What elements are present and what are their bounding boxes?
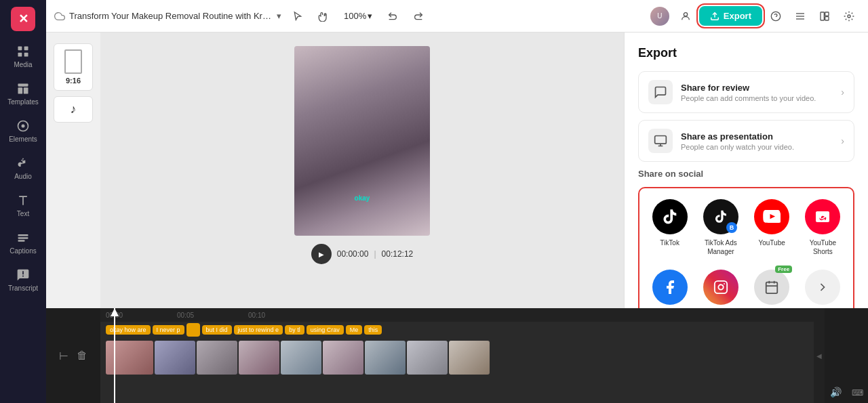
hand-tool-button[interactable]: [313, 5, 334, 27]
social-grid-row1: TikTok B TikTok Ads Manager YouTub: [646, 195, 846, 260]
caption-chip-3[interactable]: but I did: [202, 325, 232, 335]
undo-button[interactable]: [382, 5, 403, 27]
tiktok-aspect-card[interactable]: ♪: [54, 96, 93, 123]
sidebar-transcript-label: Transcript: [8, 284, 38, 292]
topbar-tools: 100% ▾: [287, 5, 429, 27]
tiktok-label: TikTok: [660, 238, 679, 247]
app-logo[interactable]: ✕: [11, 7, 35, 31]
caption-chip-7[interactable]: Me: [346, 325, 363, 335]
video-thumb-6[interactable]: [365, 341, 406, 375]
timeline-ruler: 00:00 00:05 00:10: [100, 308, 814, 322]
svg-rect-1: [24, 47, 28, 51]
project-title: Transform Your Makeup Removal Routine wi…: [69, 11, 273, 21]
zoom-value: 100%: [344, 11, 366, 21]
export-panel-title: Export: [638, 46, 854, 60]
share-presentation-chevron: ›: [841, 135, 844, 146]
export-button-label: Export: [724, 11, 751, 21]
sidebar: ✕ Media Templates Elements Audio Text Ca…: [0, 0, 46, 403]
topbar-right-icons: U Export: [650, 5, 860, 27]
svg-point-7: [22, 125, 25, 128]
caption-chip-0[interactable]: okay how are: [106, 325, 151, 335]
timeline-collapse-btn[interactable]: ◀: [814, 308, 825, 403]
export-button[interactable]: Export: [699, 6, 762, 26]
sidebar-item-templates[interactable]: Templates: [3, 77, 43, 111]
redo-button[interactable]: [408, 5, 429, 27]
title-chevron[interactable]: ▾: [277, 11, 281, 21]
video-placeholder: okay: [294, 46, 430, 236]
sidebar-media-label: Media: [14, 61, 32, 68]
social-facebook[interactable]: Facebook Page: [646, 266, 693, 308]
social-youtube-shorts[interactable]: YouTube Shorts: [800, 195, 846, 260]
sidebar-item-captions[interactable]: Captions: [3, 226, 43, 260]
caption-chip-2[interactable]: [186, 323, 200, 337]
sidebar-item-transcript[interactable]: Transcript: [3, 263, 43, 297]
share-review-desc: People can add comments to your video.: [681, 94, 816, 102]
video-thumb-0[interactable]: [106, 341, 153, 375]
left-panel: 9:16 ♪: [46, 33, 100, 308]
caption-chip-5[interactable]: by tl: [285, 325, 304, 335]
timeline-delete-icon[interactable]: 🗑: [77, 349, 87, 362]
time-current: 00:00:00: [337, 249, 369, 259]
social-instagram[interactable]: Instagram Reels: [697, 266, 744, 308]
svg-rect-9: [18, 237, 28, 239]
keyboard-icon[interactable]: ⌨: [852, 388, 863, 398]
video-thumb-8[interactable]: [449, 341, 490, 375]
caption-chip-4[interactable]: just to rewind e: [234, 325, 283, 335]
share-presentation-icon: [648, 129, 673, 153]
social-schedule[interactable]: Free Schedule: [749, 266, 795, 308]
svg-point-21: [848, 15, 850, 18]
help-button[interactable]: [765, 5, 787, 27]
zoom-control[interactable]: 100% ▾: [338, 8, 378, 24]
caption-chip-8[interactable]: this: [364, 325, 382, 335]
sidebar-item-media[interactable]: Media: [3, 39, 43, 74]
sidebar-captions-label: Captions: [9, 247, 36, 255]
play-button[interactable]: ▶: [311, 244, 332, 264]
svg-rect-20: [825, 16, 829, 20]
profile-button[interactable]: [675, 5, 696, 27]
sidebar-item-audio[interactable]: Audio: [3, 151, 43, 186]
user-avatar[interactable]: U: [650, 7, 669, 26]
social-tiktok-ads[interactable]: B TikTok Ads Manager: [697, 195, 744, 260]
video-thumb-1[interactable]: [155, 341, 195, 375]
share-review-row[interactable]: Share for review People can add comments…: [638, 71, 854, 113]
youtube-label: YouTube: [758, 238, 785, 247]
timeline-trim-icon[interactable]: ⊢: [59, 349, 68, 362]
video-thumb-5[interactable]: [323, 341, 363, 375]
timeline-main: 00:00 00:05 00:10 okay how are I never p…: [100, 308, 814, 403]
share-review-label: Share for review: [681, 83, 816, 93]
svg-rect-10: [18, 240, 25, 242]
video-thumb-2[interactable]: [197, 341, 237, 375]
svg-rect-0: [18, 47, 22, 51]
settings-button[interactable]: [838, 5, 860, 27]
time-total: 00:12:12: [382, 249, 414, 259]
sidebar-item-elements[interactable]: Elements: [3, 114, 43, 148]
video-thumb-7[interactable]: [407, 341, 448, 375]
select-tool-button[interactable]: [287, 5, 309, 27]
video-thumb-4[interactable]: [281, 341, 321, 375]
timeline-left-controls: ⊢ 🗑: [46, 308, 100, 403]
volume-icon[interactable]: 🔊: [830, 387, 842, 398]
social-section-title: Share on social: [638, 169, 854, 179]
caption-chip-6[interactable]: using Crav: [307, 325, 344, 335]
social-more[interactable]: [800, 266, 846, 308]
sidebar-item-text[interactable]: Text: [3, 188, 43, 223]
social-tiktok[interactable]: TikTok: [646, 195, 693, 260]
share-presentation-row[interactable]: Share as presentation People can only wa…: [638, 120, 854, 162]
menu-button[interactable]: [789, 5, 811, 27]
topbar: Transform Your Makeup Removal Routine wi…: [46, 0, 868, 33]
tiktok-small-icon: ♪: [71, 102, 77, 116]
social-youtube[interactable]: YouTube: [749, 195, 795, 260]
aspect-ratio-card[interactable]: 9:16: [54, 43, 93, 91]
cloud-icon: [54, 11, 65, 22]
caption-chip-1[interactable]: I never p: [153, 325, 184, 335]
sidebar-audio-label: Audio: [14, 173, 32, 180]
video-thumb-3[interactable]: [239, 341, 279, 375]
sidebar-templates-label: Templates: [7, 98, 39, 106]
ruler-mark-1: 00:05: [177, 312, 194, 319]
editor-row: 9:16 ♪ okay ▶ 00:00:00 | 00:12:12 Export: [46, 33, 868, 308]
svg-point-11: [684, 12, 687, 16]
sidebar-elements-label: Elements: [9, 135, 37, 143]
playhead[interactable]: [114, 308, 115, 403]
share-presentation-label: Share as presentation: [681, 131, 794, 142]
layout-button[interactable]: [814, 5, 835, 27]
